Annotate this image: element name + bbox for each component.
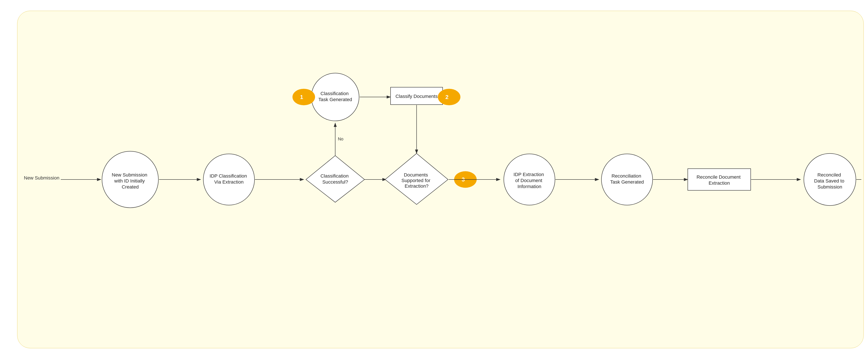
badge-1: 1 <box>292 89 315 105</box>
no-label: No <box>338 137 343 141</box>
documents-supported-label: Documents Supported for Extraction? <box>402 172 432 189</box>
idp-extraction-label: IDP Extraction of Document Information <box>514 172 545 189</box>
new-submission-entry-label: New Submission <box>24 175 59 181</box>
badge-2: 2 <box>438 89 460 105</box>
reconciled-data-saved-label: Reconciled Data Saved to Submission <box>814 172 846 190</box>
diagram-container: New Submission New Submission with ID In… <box>17 11 864 348</box>
svg-text:2: 2 <box>445 94 449 100</box>
classify-documents-label: Classify Documents <box>396 94 438 99</box>
svg-text:1: 1 <box>300 94 303 100</box>
classification-successful-node <box>306 156 365 202</box>
